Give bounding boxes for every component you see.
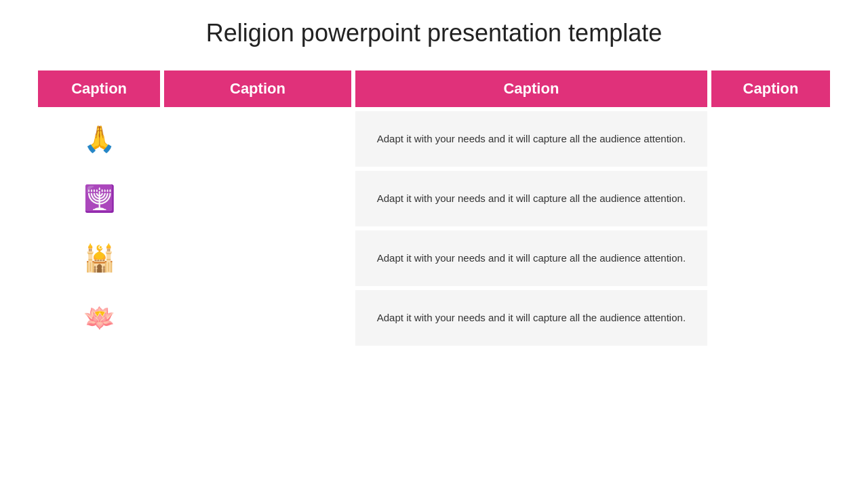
icon-cell-islam: 🕌 [38, 230, 160, 286]
name-cell-judaism: Judaism [164, 171, 351, 226]
header-row: Caption Caption Caption Caption [38, 70, 830, 107]
badge-cell-islam: ✕ [711, 230, 830, 286]
name-cell-hinduism: Hinduism [164, 290, 351, 346]
icon-cell-christianity: 🙏 [38, 111, 160, 167]
badge-icon-christianity: ✕ [755, 123, 787, 155]
desc-cell-islam: Adapt it with your needs and it will cap… [355, 230, 707, 286]
name-cell-islam: Islam [164, 230, 351, 286]
badge-icon-islam: ✕ [755, 243, 787, 274]
desc-cell-judaism: Adapt it with your needs and it will cap… [355, 171, 707, 226]
icon-cell-hinduism: 🪷 [38, 290, 160, 346]
table-row-judaism: 🕎JudaismAdapt it with your needs and it … [38, 171, 830, 226]
badge-icon-hinduism: ✓ [755, 302, 787, 333]
icon-cell-judaism: 🕎 [38, 171, 160, 226]
badge-cell-hinduism: ✓ [711, 290, 830, 346]
header-col1: Caption [38, 70, 160, 107]
badge-cell-judaism: ✓ [711, 171, 830, 226]
main-table: Caption Caption Caption Caption 🙏Christi… [34, 66, 834, 350]
desc-cell-christianity: Adapt it with your needs and it will cap… [355, 111, 707, 167]
name-cell-christianity: Christianity [164, 111, 351, 167]
desc-cell-hinduism: Adapt it with your needs and it will cap… [355, 290, 707, 346]
header-col3: Caption [355, 70, 707, 107]
table-row-christianity: 🙏ChristianityAdapt it with your needs an… [38, 111, 830, 167]
badge-icon-judaism: ✓ [755, 183, 787, 214]
badge-cell-christianity: ✕ [711, 111, 830, 167]
header-col2: Caption [164, 70, 351, 107]
page-title: Religion powerpoint presentation templat… [206, 19, 662, 47]
header-col4: Caption [711, 70, 830, 107]
table-row-hinduism: 🪷HinduismAdapt it with your needs and it… [38, 290, 830, 346]
table-row-islam: 🕌IslamAdapt it with your needs and it wi… [38, 230, 830, 286]
